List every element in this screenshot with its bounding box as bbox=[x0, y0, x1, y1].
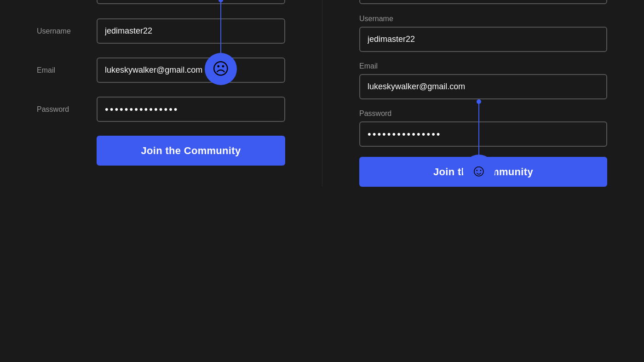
right-email-input[interactable] bbox=[359, 74, 607, 99]
left-email-label: Email bbox=[37, 66, 97, 75]
right-happy-face-icon: ☺ bbox=[471, 162, 488, 179]
right-annotation-circle: ☺ bbox=[463, 155, 495, 187]
left-form-panel: Username Email Password Join the Communi… bbox=[0, 0, 322, 187]
left-password-label: Password bbox=[37, 105, 97, 114]
page-layout: Username Email Password Join the Communi… bbox=[0, 0, 644, 187]
right-top-partial-wrapper bbox=[359, 0, 607, 5]
left-username-row: Username bbox=[0, 18, 322, 44]
right-top-partial-input bbox=[359, 0, 607, 4]
left-join-button[interactable]: Join the Community bbox=[97, 136, 285, 166]
left-top-partial-input bbox=[97, 0, 285, 4]
right-email-group: Email bbox=[359, 62, 607, 99]
left-button-container: Join the Community bbox=[0, 136, 322, 166]
left-sad-face-icon: ☹ bbox=[212, 61, 230, 77]
left-email-row: Email bbox=[0, 57, 322, 83]
left-annotation: ☹ bbox=[205, 0, 237, 187]
left-email-input[interactable] bbox=[97, 57, 285, 83]
left-username-label: Username bbox=[37, 27, 97, 35]
left-username-input[interactable] bbox=[97, 18, 285, 44]
left-password-row: Password bbox=[0, 97, 322, 122]
left-password-input[interactable] bbox=[97, 97, 285, 122]
left-annotation-line bbox=[220, 0, 221, 53]
right-username-input[interactable] bbox=[359, 27, 607, 52]
right-form-panel: Username Email Password Join the Communi… bbox=[322, 0, 644, 187]
right-annotation: ☺ bbox=[463, 102, 495, 187]
right-email-label: Email bbox=[359, 62, 607, 70]
right-username-group: Username bbox=[359, 15, 607, 52]
right-username-label: Username bbox=[359, 15, 607, 23]
left-annotation-circle: ☹ bbox=[205, 53, 237, 85]
right-annotation-line bbox=[478, 102, 479, 155]
